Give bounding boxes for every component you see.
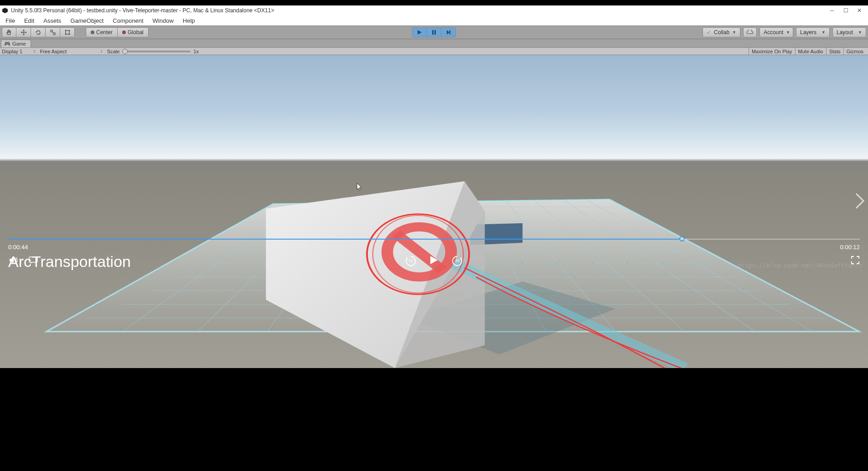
aspect-dropdown[interactable]: Free Aspect‡ bbox=[40, 49, 103, 54]
next-arrow-icon[interactable] bbox=[854, 192, 865, 212]
svg-point-5 bbox=[68, 30, 69, 31]
svg-rect-1 bbox=[51, 30, 52, 32]
skip-back-button[interactable]: 10 bbox=[405, 255, 417, 267]
close-button[interactable]: ✕ bbox=[852, 5, 866, 15]
layout-label: Layout bbox=[837, 29, 853, 36]
svg-point-51 bbox=[643, 290, 646, 292]
rect-tool[interactable] bbox=[60, 27, 75, 37]
step-button[interactable] bbox=[441, 27, 456, 37]
main-toolbar: Center Global ✓Collab▼ Account▼ Layers▼ … bbox=[0, 26, 868, 39]
black-border-bottom bbox=[0, 374, 868, 471]
minimize-button[interactable]: ─ bbox=[825, 5, 839, 15]
mute-audio-toggle[interactable]: Mute Audio bbox=[795, 48, 826, 55]
pause-button[interactable] bbox=[427, 27, 441, 37]
game-sub-toolbar: Display 1‡ Free Aspect‡ Scale 1x Maximiz… bbox=[0, 47, 868, 55]
layers-label: Layers bbox=[800, 29, 816, 36]
skip-back-value: 10 bbox=[408, 258, 413, 263]
svg-marker-69 bbox=[430, 256, 438, 264]
pivot-label: Center bbox=[96, 29, 113, 36]
svg-rect-10 bbox=[434, 30, 436, 35]
svg-point-53 bbox=[736, 290, 739, 292]
video-progress-bar[interactable] bbox=[8, 239, 860, 240]
video-play-icon[interactable] bbox=[429, 255, 439, 267]
handle-label: Global bbox=[128, 29, 144, 36]
menu-component[interactable]: Component bbox=[108, 16, 148, 25]
display-label: Display 1 bbox=[2, 49, 22, 54]
cursor-icon bbox=[356, 183, 363, 193]
video-progress-fill bbox=[8, 239, 679, 240]
skip-forward-button[interactable]: 30 bbox=[451, 255, 463, 267]
svg-rect-9 bbox=[432, 30, 434, 35]
svg-point-7 bbox=[68, 34, 69, 35]
svg-point-46 bbox=[614, 276, 616, 278]
svg-point-57 bbox=[724, 303, 727, 305]
svg-rect-68 bbox=[29, 257, 37, 262]
scale-label: Scale bbox=[107, 49, 120, 54]
video-total: 0:00:12 bbox=[840, 244, 860, 251]
layout-dropdown[interactable]: Layout▼ bbox=[832, 27, 866, 37]
svg-point-44 bbox=[533, 276, 535, 278]
scale-tool[interactable] bbox=[46, 27, 60, 37]
game-tab-label: Game bbox=[12, 41, 26, 46]
scale-value: 1x bbox=[193, 49, 199, 54]
video-controls-row: 10 30 bbox=[8, 255, 860, 267]
svg-marker-8 bbox=[418, 30, 422, 35]
handle-mode-button[interactable]: Global bbox=[118, 27, 149, 37]
game-tab[interactable]: 🎮 Game bbox=[1, 40, 31, 47]
svg-marker-0 bbox=[2, 8, 8, 13]
skip-fwd-value: 30 bbox=[455, 258, 460, 263]
menu-gameobject[interactable]: GameObject bbox=[66, 16, 108, 25]
svg-point-52 bbox=[690, 290, 692, 292]
svg-marker-11 bbox=[447, 30, 450, 35]
right-toolbar-group: ✓Collab▼ Account▼ Layers▼ Layout▼ bbox=[703, 27, 866, 37]
menu-bar: File Edit Assets GameObject Component Wi… bbox=[0, 15, 868, 26]
menu-edit[interactable]: Edit bbox=[20, 16, 39, 25]
watermark-text: https://blog.csdn.net/VRunSoftYanlz bbox=[738, 262, 863, 269]
layers-dropdown[interactable]: Layers▼ bbox=[796, 27, 830, 37]
maximize-on-play-toggle[interactable]: Maximize On Play bbox=[749, 48, 795, 55]
menu-assets[interactable]: Assets bbox=[39, 16, 66, 25]
play-controls-group bbox=[412, 27, 456, 37]
menu-help[interactable]: Help bbox=[178, 16, 200, 25]
svg-point-55 bbox=[620, 303, 622, 305]
play-button[interactable] bbox=[412, 27, 427, 37]
menu-file[interactable]: File bbox=[1, 16, 20, 25]
svg-point-58 bbox=[777, 303, 779, 305]
rotate-tool[interactable] bbox=[31, 27, 46, 37]
video-progress-row bbox=[8, 239, 860, 240]
transform-tool-group bbox=[2, 27, 75, 37]
collab-label: Collab bbox=[714, 29, 729, 36]
tab-row: 🎮 Game bbox=[0, 39, 868, 47]
svg-point-47 bbox=[655, 276, 657, 278]
account-dropdown[interactable]: Account▼ bbox=[760, 27, 793, 37]
svg-rect-3 bbox=[66, 31, 69, 34]
volume-icon[interactable] bbox=[8, 255, 18, 267]
svg-rect-12 bbox=[450, 30, 450, 35]
cloud-button[interactable] bbox=[743, 27, 757, 37]
scale-slider[interactable] bbox=[122, 51, 191, 52]
unity-logo-icon bbox=[2, 7, 8, 14]
window-title-text: Unity 5.5.0f3 Personal (64bit) - testbed… bbox=[11, 7, 274, 14]
game-viewport: ArcTransportation 0:00:44 0:00:12 10 30 bbox=[0, 55, 868, 368]
hand-tool[interactable] bbox=[2, 27, 16, 37]
caption-icon[interactable] bbox=[28, 255, 38, 267]
svg-rect-2 bbox=[53, 33, 55, 35]
pivot-handle-group: Center Global bbox=[86, 27, 149, 37]
maximize-button[interactable]: ☐ bbox=[839, 5, 852, 15]
svg-point-45 bbox=[574, 276, 576, 278]
video-progress-knob[interactable] bbox=[679, 236, 685, 241]
svg-point-50 bbox=[597, 290, 599, 292]
menu-window[interactable]: Window bbox=[148, 16, 178, 25]
account-label: Account bbox=[764, 29, 783, 36]
video-time-row: 0:00:44 0:00:12 bbox=[8, 244, 860, 251]
move-tool[interactable] bbox=[16, 27, 31, 37]
window-title-bar: Unity 5.5.0f3 Personal (64bit) - testbed… bbox=[0, 5, 868, 15]
stats-toggle[interactable]: Stats bbox=[826, 48, 843, 55]
video-elapsed: 0:00:44 bbox=[8, 244, 28, 251]
collab-dropdown[interactable]: ✓Collab▼ bbox=[703, 27, 740, 37]
svg-point-48 bbox=[696, 276, 698, 278]
display-dropdown[interactable]: Display 1‡ bbox=[2, 49, 36, 54]
pivot-mode-button[interactable]: Center bbox=[86, 27, 118, 37]
svg-point-56 bbox=[672, 303, 675, 305]
gizmos-toggle[interactable]: Gizmos bbox=[843, 48, 866, 55]
